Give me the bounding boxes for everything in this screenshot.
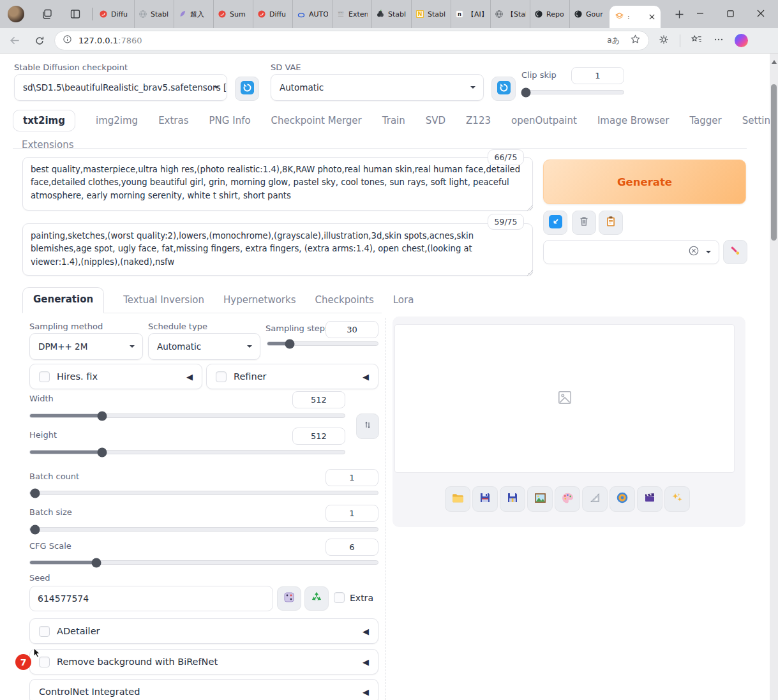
browser-tab-9[interactable]: N Stabl <box>412 0 451 28</box>
refresh-checkpoint-button[interactable] <box>235 77 259 101</box>
extension-button-1[interactable] <box>610 486 635 512</box>
new-tab-button[interactable] <box>672 7 686 21</box>
page-scrollbar[interactable] <box>770 54 778 700</box>
reuse-seed-button[interactable] <box>304 586 329 611</box>
browser-tab-2[interactable]: Stabl <box>135 0 174 28</box>
close-window-icon[interactable] <box>756 8 765 20</box>
batch-count-input[interactable] <box>325 469 378 486</box>
cfg-scale-slider[interactable] <box>29 560 378 565</box>
browser-tab-13[interactable]: Gour <box>570 0 610 28</box>
browser-tab-6[interactable]: AUTO <box>293 0 333 28</box>
browser-tab-4[interactable]: Sum <box>214 0 253 28</box>
vertical-tabs-icon[interactable] <box>68 7 82 21</box>
prompt-textarea[interactable]: best quality,masterpiece,ultra high res,… <box>22 157 533 211</box>
adetailer-checkbox[interactable] <box>39 626 50 637</box>
extension-button-3[interactable] <box>664 486 690 512</box>
active-browser-tab[interactable]: : <box>610 6 661 28</box>
birefnet-accordion[interactable]: Remove background with BiRefNet <box>29 649 378 674</box>
send-to-inpaint-button[interactable] <box>555 486 580 512</box>
batch-size-slider[interactable] <box>29 527 378 532</box>
refiner-accordion[interactable]: Refiner <box>206 364 378 389</box>
height-input[interactable] <box>292 428 345 445</box>
browser-tab-8[interactable]: Stabl <box>372 0 412 28</box>
image-output-area[interactable] <box>394 324 735 473</box>
send-to-img2img-button[interactable] <box>527 486 553 512</box>
url-text[interactable]: 127.0.0.1:7860 <box>79 36 142 45</box>
refiner-checkbox[interactable] <box>216 371 227 382</box>
tab-img2img[interactable]: img2img <box>96 115 138 126</box>
clip-skip-input[interactable] <box>571 67 624 84</box>
browser-tab-7[interactable]: WIKI Exten <box>333 0 372 28</box>
translate-icon[interactable]: aあ <box>607 35 620 46</box>
refresh-vae-button[interactable] <box>491 77 516 101</box>
styles-dropdown[interactable] <box>543 240 719 264</box>
slider-thumb[interactable] <box>98 447 107 457</box>
extra-seed-checkbox[interactable] <box>334 592 345 603</box>
send-to-extras-button[interactable] <box>582 486 608 512</box>
maximize-icon[interactable] <box>726 8 735 20</box>
tab-generation[interactable]: Generation <box>22 287 104 313</box>
tab-train[interactable]: Train <box>382 115 405 126</box>
clear-prompt-button[interactable] <box>572 211 596 235</box>
height-slider[interactable] <box>29 450 345 454</box>
hires-fix-checkbox[interactable] <box>39 371 50 382</box>
scroll-up-icon[interactable] <box>772 57 777 64</box>
batch-size-input[interactable] <box>325 505 378 522</box>
workspaces-icon[interactable] <box>40 7 54 21</box>
negative-prompt-textarea[interactable]: painting,sketches,(worst quality:2),lowe… <box>22 223 533 276</box>
swap-dimensions-button[interactable] <box>356 413 379 439</box>
extension-button-2[interactable] <box>637 486 662 512</box>
tab-hypernetworks[interactable]: Hypernetworks <box>223 294 296 313</box>
width-input[interactable] <box>292 391 345 408</box>
browser-tab-5[interactable]: Diffu <box>253 0 293 28</box>
tab-extensions[interactable]: Extensions <box>22 139 73 151</box>
seed-input[interactable] <box>29 586 273 611</box>
cfg-scale-input[interactable] <box>325 539 378 556</box>
vae-select[interactable]: Automatic <box>271 74 484 101</box>
generate-button[interactable]: Generate <box>543 160 746 204</box>
tab-lora[interactable]: Lora <box>393 294 414 313</box>
width-slider[interactable] <box>29 413 345 418</box>
tab-checkpoints[interactable]: Checkpoints <box>315 294 374 313</box>
checkpoint-select[interactable]: sd\SD1.5\beautifulRealistic_brav5.safete… <box>14 74 227 101</box>
slider-thumb[interactable] <box>91 558 101 567</box>
tab-txt2img[interactable]: txt2img <box>13 110 75 131</box>
profile-avatar[interactable] <box>8 6 24 22</box>
batch-count-slider[interactable] <box>29 491 378 495</box>
slider-thumb[interactable] <box>98 411 107 421</box>
tab-z123[interactable]: Z123 <box>466 115 491 126</box>
scrollbar-thumb[interactable] <box>771 84 777 241</box>
extra-seed-option[interactable]: Extra <box>334 592 373 603</box>
favorite-star-icon[interactable] <box>630 34 641 47</box>
refresh-page-icon[interactable] <box>34 35 45 47</box>
clip-skip-slider[interactable] <box>522 90 624 94</box>
browser-tab-11[interactable]: 【Stab <box>491 0 530 28</box>
minimize-icon[interactable] <box>696 8 705 20</box>
slider-thumb[interactable] <box>31 525 40 534</box>
read-parameters-button[interactable] <box>543 211 567 235</box>
controlnet-accordion[interactable]: ControlNet Integrated <box>29 679 378 700</box>
random-seed-button[interactable] <box>277 586 301 611</box>
favorites-list-icon[interactable] <box>691 33 703 48</box>
tab-svd[interactable]: SVD <box>426 115 445 126</box>
slider-thumb[interactable] <box>31 488 40 498</box>
resize-grip-icon[interactable] <box>527 204 533 211</box>
slider-thumb[interactable] <box>285 339 294 348</box>
sampling-method-select[interactable]: DPM++ 2M <box>29 333 143 360</box>
tab-png-info[interactable]: PNG Info <box>209 115 251 126</box>
site-info-icon[interactable] <box>63 34 72 47</box>
copilot-icon[interactable] <box>735 34 748 47</box>
tab-tagger[interactable]: Tagger <box>689 115 721 126</box>
apply-styles-button[interactable] <box>599 211 623 235</box>
sampling-steps-slider[interactable] <box>267 341 378 346</box>
browser-tab-10[interactable]: n 【AI】 <box>451 0 491 28</box>
save-zip-button[interactable] <box>500 486 525 512</box>
schedule-type-select[interactable]: Automatic <box>148 333 260 360</box>
browser-tab-1[interactable]: Diffu <box>95 0 135 28</box>
tab-extras[interactable]: Extras <box>158 115 188 126</box>
browser-tab-12[interactable]: Repo <box>530 0 570 28</box>
slider-thumb[interactable] <box>521 87 530 97</box>
clear-styles-icon[interactable] <box>688 245 699 259</box>
tab-openoutpaint[interactable]: openOutpaint <box>511 115 577 126</box>
open-folder-button[interactable] <box>445 486 470 512</box>
